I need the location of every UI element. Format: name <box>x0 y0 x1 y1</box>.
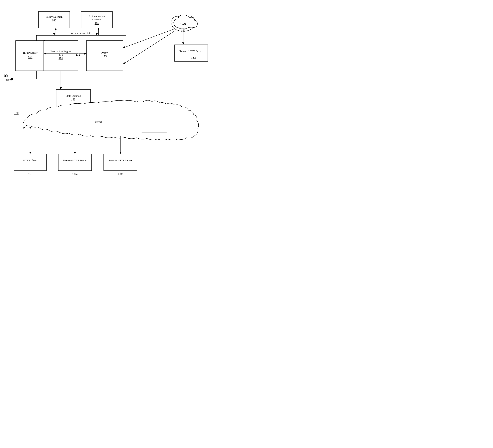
svg-text:Internet: Internet <box>94 120 102 123</box>
svg-text:Daemon: Daemon <box>92 18 101 21</box>
svg-text:130b: 130b <box>118 172 123 175</box>
svg-text:120: 120 <box>14 111 19 115</box>
svg-text:LAN: LAN <box>180 22 186 26</box>
svg-text:Proxy: Proxy <box>101 51 108 54</box>
svg-text:180: 180 <box>52 19 56 22</box>
svg-text:HTTP server child: HTTP server child <box>71 32 91 35</box>
svg-text:Remote HTTP Server: Remote HTTP Server <box>179 50 203 53</box>
svg-rect-43 <box>104 154 137 171</box>
svg-text:110: 110 <box>28 172 32 175</box>
svg-text:Policy Daemon: Policy Daemon <box>46 15 63 18</box>
svg-text:HTTP Server: HTTP Server <box>23 51 37 54</box>
svg-text:160: 160 <box>28 56 33 59</box>
svg-line-48 <box>11 79 13 81</box>
svg-text:130c: 130c <box>191 56 197 59</box>
svg-text:100: 100 <box>6 78 11 82</box>
svg-rect-40 <box>58 154 92 171</box>
svg-text:HTTP Client: HTTP Client <box>23 159 37 162</box>
svg-text:165: 165 <box>59 57 63 60</box>
svg-rect-37 <box>14 154 46 171</box>
svg-text:Authentication: Authentication <box>89 15 105 18</box>
svg-text:Remote HTTP Server: Remote HTTP Server <box>63 159 87 162</box>
svg-text:Translation Engine: Translation Engine <box>51 50 71 53</box>
svg-text:Remote HTTP Server: Remote HTTP Server <box>109 159 132 162</box>
svg-text:State Daemon: State Daemon <box>66 94 81 97</box>
svg-text:190: 190 <box>71 98 76 101</box>
svg-text:185: 185 <box>95 22 99 25</box>
svg-text:175: 175 <box>102 55 107 58</box>
svg-text:130a: 130a <box>72 172 78 175</box>
